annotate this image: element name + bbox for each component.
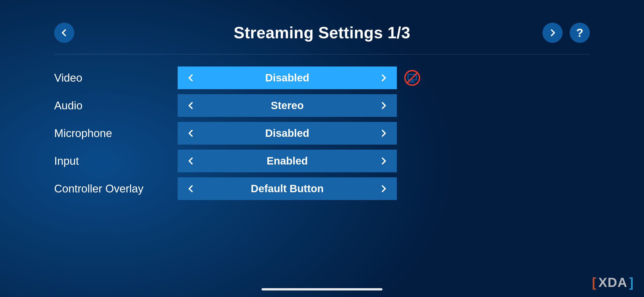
- selector-prev-button[interactable]: [187, 184, 195, 193]
- setting-selector-video[interactable]: Disabled: [178, 67, 397, 89]
- chevron-left-icon: [187, 101, 195, 110]
- next-page-button[interactable]: [542, 23, 563, 43]
- setting-label: Microphone: [54, 127, 178, 140]
- selector-value: Disabled: [265, 72, 309, 84]
- selector-value: Default Button: [251, 183, 324, 195]
- setting-row-video: Video Disabled: [54, 67, 590, 89]
- selector-value: Stereo: [271, 100, 304, 112]
- setting-selector-audio[interactable]: Stereo: [178, 94, 397, 117]
- back-button[interactable]: [54, 23, 74, 43]
- chevron-right-icon: [379, 74, 388, 82]
- bracket-right-icon: ]: [629, 275, 634, 290]
- watermark-text: XDA: [598, 275, 628, 290]
- setting-row-controller-overlay: Controller Overlay Default Button: [54, 177, 590, 200]
- chevron-right-icon: [379, 157, 388, 165]
- selector-next-button[interactable]: [379, 129, 388, 138]
- setting-row-audio: Audio Stereo: [54, 94, 590, 117]
- chevron-left-icon: [187, 129, 195, 138]
- setting-label: Audio: [54, 99, 178, 112]
- page-title: Streaming Settings 1/3: [54, 23, 590, 42]
- setting-label: Input: [54, 155, 178, 167]
- setting-label: Video: [54, 72, 178, 84]
- chevron-right-icon: [548, 28, 557, 37]
- help-button[interactable]: ?: [570, 23, 590, 43]
- selector-next-button[interactable]: [379, 157, 388, 165]
- selector-value: Enabled: [267, 155, 308, 167]
- selector-value: Disabled: [265, 127, 309, 139]
- selector-next-button[interactable]: [379, 184, 388, 193]
- display-disabled-icon: [404, 70, 421, 86]
- chevron-right-icon: [379, 101, 388, 110]
- selector-prev-button[interactable]: [187, 74, 195, 82]
- setting-row-microphone: Microphone Disabled: [54, 122, 590, 145]
- home-indicator[interactable]: [262, 288, 382, 290]
- selector-next-button[interactable]: [379, 74, 388, 82]
- watermark: [XDA]: [592, 275, 634, 290]
- chevron-left-icon: [187, 184, 195, 193]
- chevron-right-icon: [379, 184, 388, 193]
- header: Streaming Settings 1/3 ?: [54, 21, 590, 44]
- setting-label: Controller Overlay: [54, 182, 178, 195]
- setting-row-input: Input Enabled: [54, 150, 590, 172]
- selector-prev-button[interactable]: [187, 157, 195, 165]
- chevron-left-icon: [60, 28, 69, 37]
- chevron-right-icon: [379, 129, 388, 138]
- selector-next-button[interactable]: [379, 101, 388, 110]
- setting-selector-input[interactable]: Enabled: [178, 150, 397, 172]
- divider: [54, 54, 590, 54]
- chevron-left-icon: [187, 157, 195, 165]
- settings-list: Video Disabled Audio Stereo: [54, 67, 590, 200]
- setting-selector-microphone[interactable]: Disabled: [178, 122, 397, 145]
- setting-selector-controller-overlay[interactable]: Default Button: [178, 177, 397, 200]
- selector-prev-button[interactable]: [187, 101, 195, 110]
- selector-prev-button[interactable]: [187, 129, 195, 138]
- bracket-left-icon: [: [592, 275, 597, 290]
- chevron-left-icon: [187, 74, 195, 82]
